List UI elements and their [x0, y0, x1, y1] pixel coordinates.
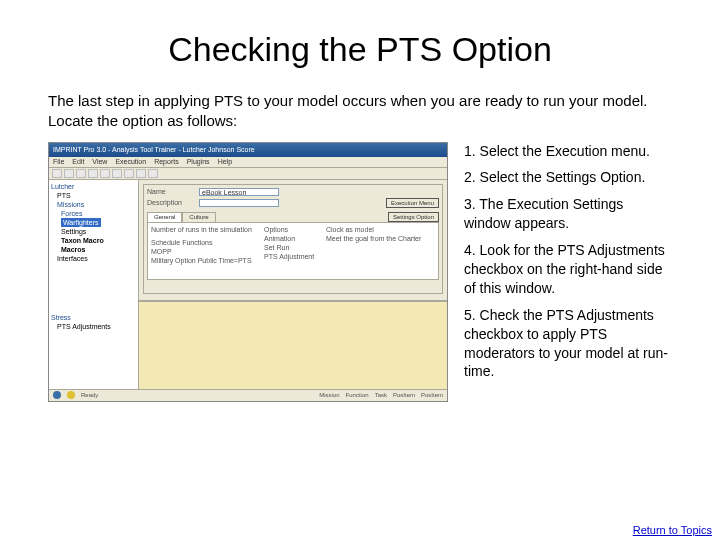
menu-item: Execution: [115, 158, 146, 165]
menu-item: Reports: [154, 158, 179, 165]
step-5: 5. Check the PTS Adjustments checkbox to…: [464, 306, 672, 382]
instruction-steps: 1. Select the Execution menu. 2. Select …: [464, 142, 672, 402]
menu-item: Edit: [72, 158, 84, 165]
tree-panel: Lutcher PTS Missions Forces Warfighters …: [49, 180, 139, 389]
menu-item: Plugins: [187, 158, 210, 165]
tree-selected: Warfighters: [61, 218, 101, 227]
step-1: 1. Select the Execution menu.: [464, 142, 672, 161]
app-menubar: File Edit View Execution Reports Plugins…: [49, 157, 447, 168]
execution-settings-dialog: Name eBook Lesson Description Execution …: [143, 184, 443, 294]
callout-settings-option: Settings Option: [388, 212, 439, 222]
return-to-topics-link[interactable]: Return to Topics: [633, 524, 712, 536]
callout-execution-menu: Execution Menu: [386, 198, 439, 208]
screenshot-illustration: IMPRINT Pro 3.0 - Analysis Tool Trainer …: [48, 142, 448, 402]
intro-text: The last step in applying PTS to your mo…: [48, 91, 672, 132]
step-4: 4. Look for the PTS Adjustments checkbox…: [464, 241, 672, 298]
menu-item: View: [92, 158, 107, 165]
app-titlebar: IMPRINT Pro 3.0 - Analysis Tool Trainer …: [49, 143, 447, 157]
step-3: 3. The Execution Settings window appears…: [464, 195, 672, 233]
status-bar: Ready Mission Function Task PosItem PosI…: [49, 389, 447, 401]
menu-item: Help: [218, 158, 232, 165]
step-2: 2. Select the Settings Option.: [464, 168, 672, 187]
app-toolbar: [49, 168, 447, 180]
output-pane: [139, 300, 447, 389]
page-title: Checking the PTS Option: [48, 30, 672, 69]
name-field: eBook Lesson: [199, 188, 279, 196]
menu-item: File: [53, 158, 64, 165]
